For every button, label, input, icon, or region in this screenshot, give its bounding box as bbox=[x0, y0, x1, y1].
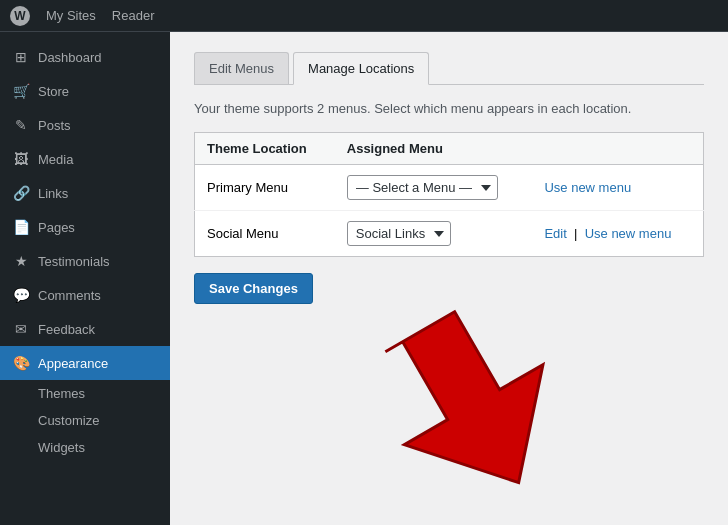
sidebar-item-label: Links bbox=[38, 186, 68, 201]
table-row: Primary Menu — Select a Menu — Use new m… bbox=[195, 165, 704, 211]
location-cell: Primary Menu bbox=[195, 165, 335, 211]
themes-label: Themes bbox=[38, 386, 85, 401]
col-header-menu: Assigned Menu bbox=[335, 133, 533, 165]
content-area: Edit Menus Manage Locations Your theme s… bbox=[170, 32, 728, 525]
location-cell: Social Menu bbox=[195, 211, 335, 257]
sidebar-item-appearance[interactable]: 🎨 Appearance bbox=[0, 346, 170, 380]
actions-cell: Edit | Use new menu bbox=[532, 211, 703, 257]
wp-logo: W bbox=[10, 6, 30, 26]
use-new-menu-link-primary[interactable]: Use new menu bbox=[544, 180, 631, 195]
my-sites-link[interactable]: My Sites bbox=[46, 8, 96, 23]
wp-logo-item[interactable]: W bbox=[10, 6, 30, 26]
sidebar-item-label: Pages bbox=[38, 220, 75, 235]
reader-link[interactable]: Reader bbox=[112, 8, 155, 23]
appearance-icon: 🎨 bbox=[12, 354, 30, 372]
store-icon: 🛒 bbox=[12, 82, 30, 100]
sidebar-item-label: Posts bbox=[38, 118, 71, 133]
dashboard-icon: ⊞ bbox=[12, 48, 30, 66]
sidebar-item-feedback[interactable]: ✉ Feedback bbox=[0, 312, 170, 346]
media-icon: 🖼 bbox=[12, 150, 30, 168]
tab-edit-menus[interactable]: Edit Menus bbox=[194, 52, 289, 84]
sidebar-item-themes[interactable]: Themes bbox=[0, 380, 170, 407]
testimonials-icon: ★ bbox=[12, 252, 30, 270]
tab-manage-locations[interactable]: Manage Locations bbox=[293, 52, 429, 85]
sidebar-item-posts[interactable]: ✎ Posts bbox=[0, 108, 170, 142]
customize-label: Customize bbox=[38, 413, 99, 428]
sidebar-item-links[interactable]: 🔗 Links bbox=[0, 176, 170, 210]
reader-label: Reader bbox=[112, 8, 155, 23]
pages-icon: 📄 bbox=[12, 218, 30, 236]
sidebar-item-label: Testimonials bbox=[38, 254, 110, 269]
sidebar-item-store[interactable]: 🛒 Store bbox=[0, 74, 170, 108]
select-cell: Social Links bbox=[335, 211, 533, 257]
comments-icon: 💬 bbox=[12, 286, 30, 304]
col-header-location: Theme Location bbox=[195, 133, 335, 165]
sidebar-item-label: Media bbox=[38, 152, 73, 167]
actions-cell: Use new menu bbox=[532, 165, 703, 211]
sidebar-item-label: Comments bbox=[38, 288, 101, 303]
sidebar: ⊞ Dashboard 🛒 Store ✎ Posts 🖼 Media 🔗 Li… bbox=[0, 32, 170, 525]
sidebar-item-comments[interactable]: 💬 Comments bbox=[0, 278, 170, 312]
edit-link-social[interactable]: Edit bbox=[544, 226, 566, 241]
menu-locations-table: Theme Location Assigned Menu Primary Men… bbox=[194, 132, 704, 257]
my-sites-label: My Sites bbox=[46, 8, 96, 23]
sidebar-item-label: Store bbox=[38, 84, 69, 99]
content-inner: Edit Menus Manage Locations Your theme s… bbox=[170, 32, 728, 525]
save-changes-button[interactable]: Save Changes bbox=[194, 273, 313, 304]
description-text: Your theme supports 2 menus. Select whic… bbox=[194, 101, 704, 116]
sidebar-item-dashboard[interactable]: ⊞ Dashboard bbox=[0, 40, 170, 74]
sidebar-item-pages[interactable]: 📄 Pages bbox=[0, 210, 170, 244]
posts-icon: ✎ bbox=[12, 116, 30, 134]
top-bar: W My Sites Reader bbox=[0, 0, 728, 32]
links-icon: 🔗 bbox=[12, 184, 30, 202]
social-menu-select[interactable]: Social Links bbox=[347, 221, 451, 246]
widgets-label: Widgets bbox=[38, 440, 85, 455]
col-header-actions bbox=[532, 133, 703, 165]
select-cell: — Select a Menu — bbox=[335, 165, 533, 211]
sidebar-item-customize[interactable]: Customize bbox=[0, 407, 170, 434]
sidebar-item-label: Dashboard bbox=[38, 50, 102, 65]
sidebar-item-label: Appearance bbox=[38, 356, 108, 371]
sidebar-item-testimonials[interactable]: ★ Testimonials bbox=[0, 244, 170, 278]
sidebar-item-widgets[interactable]: Widgets bbox=[0, 434, 170, 461]
tabs-bar: Edit Menus Manage Locations bbox=[194, 52, 704, 85]
feedback-icon: ✉ bbox=[12, 320, 30, 338]
sidebar-item-label: Feedback bbox=[38, 322, 95, 337]
table-row: Social Menu Social Links Edit | Use new … bbox=[195, 211, 704, 257]
primary-menu-select[interactable]: — Select a Menu — bbox=[347, 175, 498, 200]
main-layout: ⊞ Dashboard 🛒 Store ✎ Posts 🖼 Media 🔗 Li… bbox=[0, 32, 728, 525]
sidebar-item-media[interactable]: 🖼 Media bbox=[0, 142, 170, 176]
use-new-menu-link-social[interactable]: Use new menu bbox=[585, 226, 672, 241]
